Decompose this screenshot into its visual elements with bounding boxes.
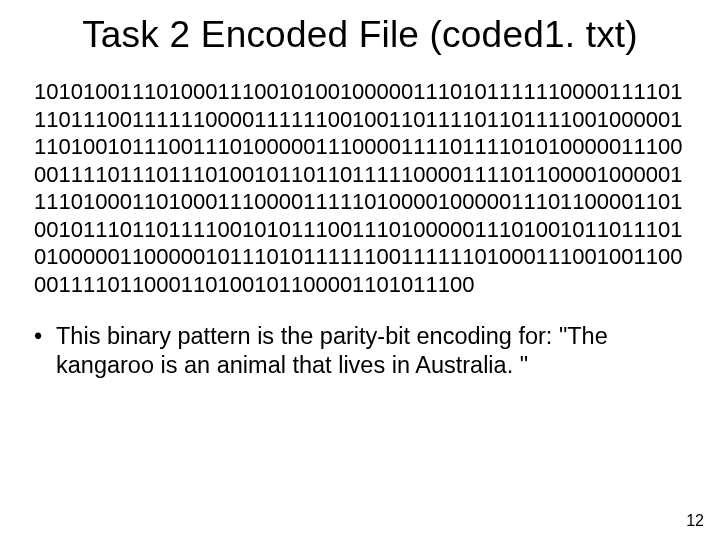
binary-data-block: 1010100111010001110010100100000111010111… bbox=[0, 56, 720, 298]
binary-line: 0010111011011110010101110011101000001110… bbox=[34, 216, 686, 244]
bullet-icon: • bbox=[34, 322, 42, 351]
page-number: 12 bbox=[686, 512, 704, 530]
binary-line: 0011110111011101001011011011111000011110… bbox=[34, 161, 686, 189]
explanation-bullet: • This binary pattern is the parity-bit … bbox=[0, 298, 720, 381]
slide-title: Task 2 Encoded File (coded1. txt) bbox=[0, 0, 720, 56]
binary-line: 001111011000110100101100001101011100 bbox=[34, 271, 686, 299]
binary-line: 1101110011111100001111110010011011110110… bbox=[34, 106, 686, 134]
slide: Task 2 Encoded File (coded1. txt) 101010… bbox=[0, 0, 720, 540]
binary-line: 1010100111010001110010100100000111010111… bbox=[34, 78, 686, 106]
binary-line: 0100000110000010111010111111001111110100… bbox=[34, 243, 686, 271]
binary-line: 1110100011010001110000111110100001000001… bbox=[34, 188, 686, 216]
binary-line: 1101001011100111010000011100001111011110… bbox=[34, 133, 686, 161]
explanation-text: This binary pattern is the parity-bit en… bbox=[56, 323, 608, 378]
